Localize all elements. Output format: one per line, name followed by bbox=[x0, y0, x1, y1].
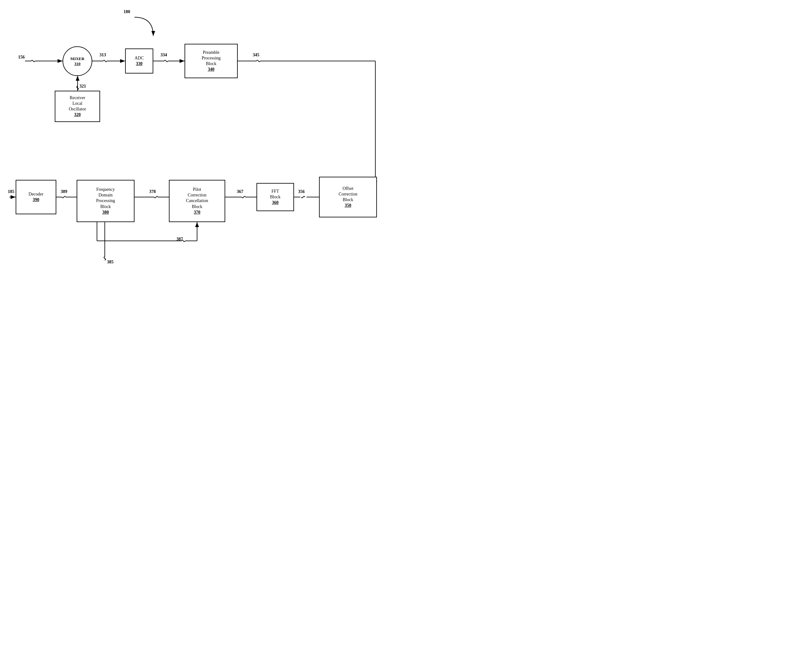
ref-313: 313 bbox=[99, 53, 106, 58]
ref-321: 321 bbox=[79, 84, 86, 89]
decoder-label: Decoder bbox=[29, 191, 43, 197]
ref-367: 367 bbox=[237, 189, 243, 194]
mixer-block: MIXER 310 bbox=[63, 46, 92, 76]
decoder-block: Decoder 390 bbox=[16, 180, 56, 214]
preamble-label: Preamble Processing Block bbox=[202, 50, 221, 67]
preamble-num: 340 bbox=[208, 67, 215, 72]
ref-356: 356 bbox=[298, 189, 305, 194]
fft-num: 360 bbox=[272, 200, 279, 206]
oc-num: 350 bbox=[345, 203, 351, 208]
fft-label: FFT Block bbox=[270, 189, 280, 200]
oc-label: Offset Correction Block bbox=[339, 186, 357, 203]
fdp-block: Frequency Domain Processing Block 380 bbox=[76, 180, 134, 222]
rlo-num: 320 bbox=[74, 112, 81, 117]
adc-num: 330 bbox=[136, 61, 143, 67]
decoder-num: 390 bbox=[33, 197, 40, 203]
fdp-label: Frequency Domain Processing Block bbox=[96, 187, 115, 210]
ref-385: 385 bbox=[107, 259, 113, 265]
ref-378: 378 bbox=[149, 189, 156, 194]
preamble-block: Preamble Processing Block 340 bbox=[185, 44, 238, 78]
fdp-num: 380 bbox=[102, 210, 109, 215]
mixer-num: 310 bbox=[75, 61, 81, 66]
oc-block: Offset Correction Block 350 bbox=[319, 177, 377, 217]
adc-label: ADC bbox=[134, 55, 144, 61]
block-diagram: 180 156 313 334 345 321 185 389 378 367 … bbox=[0, 0, 406, 325]
pcc-block: Pilot Correction Cancellation Block 370 bbox=[169, 180, 225, 222]
ref-387: 387 bbox=[176, 237, 183, 242]
ref-185: 185 bbox=[8, 189, 14, 194]
pcc-num: 370 bbox=[194, 210, 200, 215]
rlo-block: Receiver Local Oscillator 320 bbox=[55, 91, 100, 122]
mixer-label: MIXER bbox=[70, 56, 84, 61]
ref-389: 389 bbox=[61, 189, 67, 194]
adc-block: ADC 330 bbox=[125, 49, 153, 73]
ref-334: 334 bbox=[160, 53, 167, 58]
ref-345: 345 bbox=[253, 53, 259, 58]
ref-180: 180 bbox=[124, 9, 130, 14]
fft-block: FFT Block 360 bbox=[256, 183, 294, 211]
rlo-label: Receiver Local Oscillator bbox=[69, 95, 86, 112]
pcc-label: Pilot Correction Cancellation Block bbox=[186, 187, 208, 210]
ref-156: 156 bbox=[18, 55, 25, 60]
